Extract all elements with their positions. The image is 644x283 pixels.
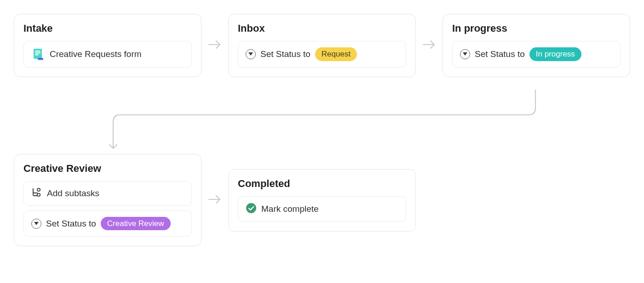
stage-title-intake: Intake xyxy=(23,23,192,34)
workflow-row-2: Creative Review Add subtasks Set Status … xyxy=(14,154,416,246)
stage-inbox[interactable]: Inbox Set Status to Request xyxy=(228,14,416,77)
stage-in-progress[interactable]: In progress Set Status to In progress xyxy=(443,14,630,77)
svg-rect-3 xyxy=(35,54,39,55)
inbox-set-status-action[interactable]: Set Status to Request xyxy=(238,41,406,67)
stage-title-completed: Completed xyxy=(238,178,406,190)
form-icon xyxy=(31,47,45,61)
stage-completed[interactable]: Completed Mark complete xyxy=(228,169,416,232)
creative-review-set-status-prefix: Set Status to xyxy=(46,219,96,229)
intake-form-label: Creative Requests form xyxy=(50,49,142,59)
stage-title-in-progress: In progress xyxy=(452,23,621,34)
stage-title-creative-review: Creative Review xyxy=(23,163,192,175)
check-circle-icon xyxy=(246,203,257,215)
status-pill-creative-review: Creative Review xyxy=(101,217,171,230)
arrow-right-icon xyxy=(421,37,437,54)
stage-creative-review[interactable]: Creative Review Add subtasks Set Status … xyxy=(14,154,201,246)
inbox-set-status-prefix: Set Status to xyxy=(260,49,310,59)
workflow-row-1: Intake Creative Requests form Inbox xyxy=(14,14,630,77)
arrow-right-icon xyxy=(207,192,223,209)
in-progress-set-status-action[interactable]: Set Status to In progress xyxy=(452,41,621,67)
svg-rect-2 xyxy=(35,52,40,53)
dropdown-icon[interactable] xyxy=(460,49,470,59)
subtasks-icon xyxy=(31,187,42,199)
status-pill-in-progress: In progress xyxy=(529,47,581,61)
svg-point-13 xyxy=(246,203,256,213)
add-subtasks-action[interactable]: Add subtasks xyxy=(23,181,192,206)
arrow-right-icon xyxy=(207,37,223,54)
svg-rect-1 xyxy=(35,51,40,51)
svg-marker-6 xyxy=(248,52,253,56)
status-pill-request: Request xyxy=(315,47,357,61)
svg-marker-8 xyxy=(463,52,467,56)
stage-intake[interactable]: Intake Creative Requests form xyxy=(14,14,201,77)
stage-title-inbox: Inbox xyxy=(238,23,406,34)
svg-point-9 xyxy=(37,188,40,191)
dropdown-icon[interactable] xyxy=(246,49,256,59)
add-subtasks-label: Add subtasks xyxy=(47,188,99,198)
svg-marker-11 xyxy=(34,222,39,225)
mark-complete-label: Mark complete xyxy=(261,204,319,214)
intake-form-action[interactable]: Creative Requests form xyxy=(23,41,192,68)
workflow-connector xyxy=(109,90,540,156)
creative-review-set-status-action[interactable]: Set Status to Creative Review xyxy=(23,210,192,237)
in-progress-set-status-prefix: Set Status to xyxy=(475,49,525,59)
svg-rect-0 xyxy=(34,49,42,59)
svg-rect-4 xyxy=(38,58,43,60)
mark-complete-action[interactable]: Mark complete xyxy=(238,196,406,222)
dropdown-icon[interactable] xyxy=(31,219,41,229)
